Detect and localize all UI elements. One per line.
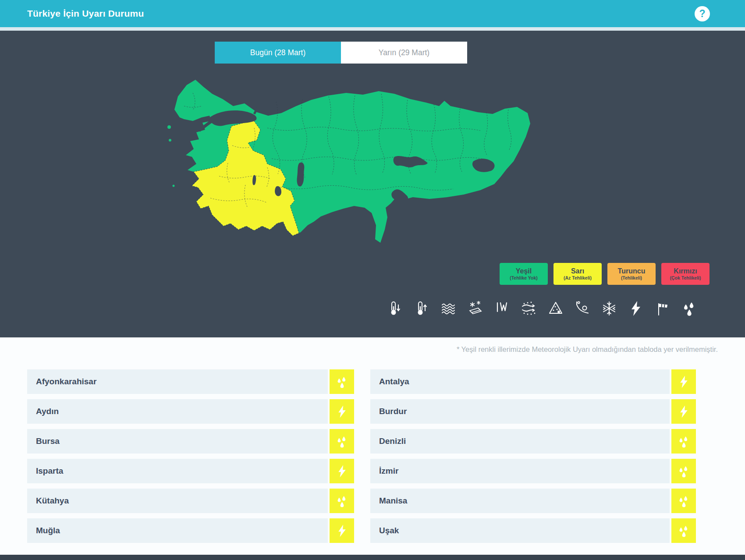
legend-sublabel: (Az Tehlikeli) xyxy=(564,275,592,281)
help-icon[interactable]: ? xyxy=(695,6,710,21)
city-name: Burdur xyxy=(370,399,670,424)
rain-icon xyxy=(681,300,698,317)
city-warning-rain-icon xyxy=(671,489,696,513)
thermometer-low-icon xyxy=(387,300,404,317)
city-name: Antalya xyxy=(370,369,670,394)
city-warning-rain-icon xyxy=(330,369,354,394)
tab-today[interactable]: Bugün (28 Mart) xyxy=(215,42,341,64)
legend-sublabel: (Tehlike Yok) xyxy=(510,275,538,281)
city-row[interactable]: Kütahya xyxy=(27,489,354,513)
legend-item: Kırmızı(Çok Tehlikeli) xyxy=(661,263,710,285)
landslide-icon xyxy=(574,300,591,317)
city-warning-lightning-icon xyxy=(330,459,354,483)
legend-item: Yeşil(Tehlike Yok) xyxy=(500,263,548,285)
legend-label: Yeşil xyxy=(516,267,532,275)
city-warning-rain-icon xyxy=(330,429,354,454)
city-row[interactable]: Aydın xyxy=(27,399,354,424)
snowflake-icon xyxy=(600,300,618,317)
city-row[interactable]: İzmir xyxy=(370,459,696,483)
sea-waves-icon xyxy=(440,300,458,317)
city-warning-lightning-icon xyxy=(671,369,696,394)
map-panel: Bugün (28 Mart) Yarın (29 Mart) xyxy=(0,31,745,337)
city-warning-lightning-icon xyxy=(330,399,354,424)
avalanche-icon xyxy=(547,300,564,317)
legend-label: Turuncu xyxy=(618,267,646,275)
city-warning-rain-icon xyxy=(671,518,696,543)
city-column-right: AntalyaBurdurDenizliİzmirManisaUşak xyxy=(370,369,696,543)
bottom-bar xyxy=(0,555,745,560)
city-column-left: AfyonkarahisarAydınBursaIspartaKütahyaMu… xyxy=(27,369,354,543)
lightning-icon xyxy=(627,300,645,317)
app-header: Türkiye İçin Uyarı Durumu ? xyxy=(0,0,745,27)
city-row[interactable]: Bursa xyxy=(27,429,354,454)
city-name: Bursa xyxy=(27,429,328,454)
legend-item: Sarı(Az Tehlikeli) xyxy=(553,263,602,285)
header-divider xyxy=(0,27,745,31)
thermometer-high-icon xyxy=(413,300,431,317)
city-name: Uşak xyxy=(370,518,670,543)
windsock-icon xyxy=(654,300,671,317)
legend-label: Sarı xyxy=(571,267,584,275)
blowing-snow-icon xyxy=(520,300,538,317)
city-warning-table: AfyonkarahisarAydınBursaIspartaKütahyaMu… xyxy=(27,369,696,543)
legend-sublabel: (Tehlikeli) xyxy=(621,275,642,281)
city-row[interactable]: Denizli xyxy=(370,429,696,454)
day-tabs: Bugün (28 Mart) Yarın (29 Mart) xyxy=(215,42,467,64)
tab-tomorrow[interactable]: Yarın (29 Mart) xyxy=(341,42,467,64)
city-row[interactable]: Muğla xyxy=(27,518,354,543)
city-name: Muğla xyxy=(27,518,328,543)
city-name: Manisa xyxy=(370,489,670,513)
warning-type-icons xyxy=(387,300,698,317)
city-row[interactable]: Burdur xyxy=(370,399,696,424)
city-warning-lightning-icon xyxy=(330,518,354,543)
legend-item: Turuncu(Tehlikeli) xyxy=(607,263,656,285)
city-name: İzmir xyxy=(370,459,670,483)
city-warning-rain-icon xyxy=(330,489,354,513)
city-name: Kütahya xyxy=(27,489,328,513)
page-title: Türkiye İçin Uyarı Durumu xyxy=(0,8,144,19)
city-name: Isparta xyxy=(27,459,328,483)
map-island xyxy=(173,185,175,187)
city-row[interactable]: Afyonkarahisar xyxy=(27,369,354,394)
legend-sublabel: (Çok Tehlikeli) xyxy=(670,275,701,281)
help-glyph: ? xyxy=(699,8,705,20)
city-name: Denizli xyxy=(370,429,670,454)
city-warning-rain-icon xyxy=(671,459,696,483)
green-provinces-note: * Yeşil renkli illerimizde Meteorolojik … xyxy=(457,345,718,354)
city-row[interactable]: Isparta xyxy=(27,459,354,483)
city-row[interactable]: Manisa xyxy=(370,489,696,513)
city-name: Afyonkarahisar xyxy=(27,369,328,394)
city-name: Aydın xyxy=(27,399,328,424)
map-island xyxy=(169,139,171,142)
agricultural-frost-icon xyxy=(467,300,484,317)
city-row[interactable]: Antalya xyxy=(370,369,696,394)
legend-label: Kırmızı xyxy=(674,267,697,275)
city-warning-rain-icon xyxy=(671,429,696,454)
city-row[interactable]: Uşak xyxy=(370,518,696,543)
map-island xyxy=(167,125,171,129)
severity-legend: Yeşil(Tehlike Yok)Sarı(Az Tehlikeli)Turu… xyxy=(500,263,710,285)
icicles-icon xyxy=(493,300,511,317)
city-warning-lightning-icon xyxy=(671,399,696,424)
turkey-warning-map[interactable] xyxy=(167,75,543,251)
